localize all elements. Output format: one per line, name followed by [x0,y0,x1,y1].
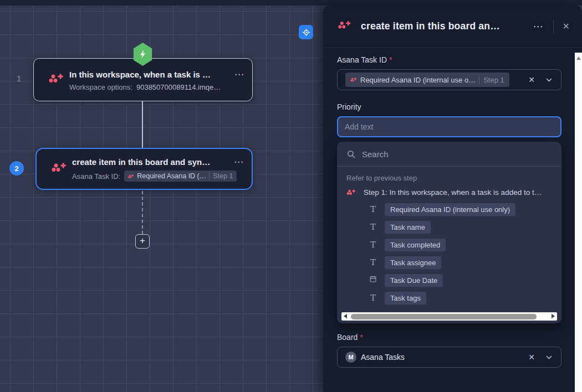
chevron-down-icon[interactable] [545,354,553,361]
node-meta-label: Workspace options: [69,83,132,91]
add-step-button[interactable]: + [135,234,150,249]
asana-task-id-select[interactable]: Required Asana ID (internal use o… Step … [337,69,561,90]
chip-step: Step 1 [209,172,233,180]
asana-task-id-label: Asana Task ID* [337,55,561,64]
connector-line [142,101,143,148]
node-menu-button[interactable]: ⋯ [229,69,244,80]
text-type-icon: T [369,257,377,267]
search-row [337,142,561,167]
scroll-up-arrow[interactable] [576,56,581,60]
scrollbar-thumb[interactable] [351,314,537,319]
drawer-title: create item in this board an… [361,20,533,32]
field-option[interactable]: T Task tags [337,289,561,307]
clear-selection-button[interactable]: ✕ [528,75,535,84]
asana-icon [48,72,67,87]
node-meta-label: Asana Task ID: [72,172,120,180]
field-option-chip: Task name [385,221,431,234]
drawer-menu-button[interactable]: ⋯ [533,20,544,33]
automation-builder: 1 In this workspace, when a task is … [0,0,582,392]
scroll-right-arrow[interactable] [552,314,555,318]
asana-mini-icon [128,174,134,179]
text-type-icon: T [369,204,377,214]
header-divider [553,20,554,33]
chevron-down-icon[interactable] [545,76,553,84]
step-label: Step 1: In this workspace, when a task i… [364,188,542,197]
search-icon [346,149,356,159]
text-type-icon: T [369,222,377,232]
board-label: Board* [337,333,561,342]
node-title: In this workspace, when a task is … [69,70,211,79]
field-option[interactable]: T Task completed [337,236,561,254]
asana-icon [51,161,70,177]
field-reference-chip: Required Asana ID (internal use o… Step … [345,73,509,87]
close-button[interactable]: ✕ [563,21,570,32]
field-option[interactable]: Task Due Date [337,271,561,289]
node-title: create item in this board and syn… [72,157,210,167]
previous-step-row[interactable]: Step 1: In this workspace, when a task i… [337,184,561,200]
asana-mini-icon [350,77,357,82]
step-1-index: 1 [17,74,21,83]
clear-selection-button[interactable]: ✕ [528,353,535,362]
priority-input[interactable] [337,116,561,137]
required-asterisk: * [360,333,363,342]
field-picker-dropdown: Refer to previous step Step 1: In this w… [337,142,561,323]
chip-text: Required Asana ID (… [137,172,206,180]
field-option-chip: Task tags [385,292,426,305]
board-select[interactable]: M Asana Tasks ✕ [337,347,561,368]
node-meta-value: 903850700089114.imqe… [136,83,221,91]
drawer-header: create item in this board an… ⋯ ✕ [323,6,582,48]
asana-icon [338,19,352,33]
field-option-chip: Task Due Date [385,274,443,287]
config-drawer: create item in this board an… ⋯ ✕ Asana … [323,6,582,392]
calendar-icon [369,275,377,285]
horizontal-scrollbar[interactable] [341,312,557,321]
priority-label: Priority [337,102,561,111]
chip-step: Step 1 [479,76,504,84]
lightning-icon [138,49,148,59]
text-type-icon: T [369,293,377,303]
step-2-index-badge: 2 [9,161,24,176]
field-option-chip: Required Asana ID (internal use only) [385,203,515,216]
crosshair-icon [302,28,311,37]
center-view-button[interactable] [299,25,313,39]
vertical-scrollbar[interactable] [575,53,582,392]
field-option-chip: Task completed [385,239,446,251]
field-option-chip: Task assignee [385,256,441,269]
asana-mini-icon [346,188,356,197]
field-option[interactable]: T Task name [337,218,561,236]
text-type-icon: T [369,240,377,250]
section-label: Refer to previous step [337,167,561,184]
search-input[interactable] [362,149,552,159]
scroll-left-arrow[interactable] [344,314,347,318]
field-option[interactable]: T Task assignee [337,254,561,271]
chip-text: Required Asana ID (internal use o… [360,76,476,84]
field-reference-chip: Required Asana ID (… Step 1 [124,171,237,182]
board-value: Asana Tasks [361,353,405,362]
node-menu-button[interactable]: ⋯ [228,156,244,168]
connector-dashed-line [142,191,143,234]
workflow-node-action[interactable]: create item in this board and syn… ⋯ Asa… [35,148,253,190]
board-avatar: M [345,352,356,363]
field-option[interactable]: T Required Asana ID (internal use only) [337,200,561,218]
required-asterisk: * [389,55,392,64]
